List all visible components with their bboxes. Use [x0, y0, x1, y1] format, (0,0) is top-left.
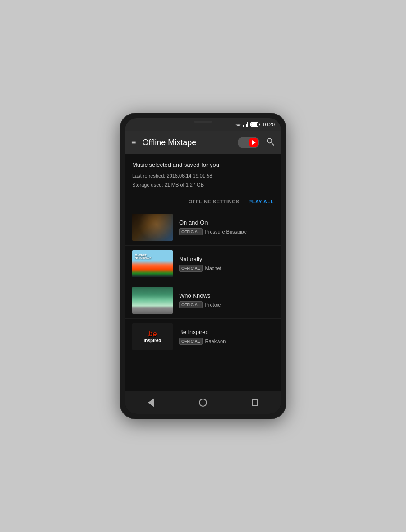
home-icon — [199, 399, 207, 407]
official-badge: OFFICIAL — [179, 228, 203, 235]
thumb-text: MACHETNATURALLY — [135, 254, 151, 260]
home-button[interactable] — [192, 394, 214, 412]
info-section: Music selected and saved for you Last re… — [125, 154, 281, 195]
nav-bar — [125, 391, 281, 414]
last-refreshed: Last refreshed: 2016.06.14 19:01:58 — [132, 172, 274, 181]
svg-point-4 — [267, 138, 272, 143]
track-thumbnail: MACHETNATURALLY — [132, 250, 173, 277]
track-thumbnail — [132, 287, 173, 314]
track-title: Who Knows — [179, 292, 274, 299]
content-area: Music selected and saved for you Last re… — [125, 154, 281, 391]
youtube-toggle[interactable] — [238, 137, 259, 148]
status-time: 10:20 — [262, 122, 275, 127]
search-icon[interactable] — [266, 137, 275, 148]
info-subtitle: Music selected and saved for you — [132, 161, 274, 168]
track-title: On and On — [179, 219, 274, 226]
track-info: On and On OFFICIAL Pressure Busspipe — [179, 219, 274, 235]
app-bar: ≡ Offline Mixtape — [125, 131, 281, 154]
recents-button[interactable] — [244, 394, 266, 412]
offline-settings-button[interactable]: OFFLINE SETTINGS — [189, 199, 240, 204]
track-item[interactable]: MACHETNATURALLY Naturally OFFICIAL Mache… — [125, 246, 281, 282]
camera — [248, 119, 250, 122]
recents-icon — [252, 399, 258, 406]
track-meta: OFFICIAL Pressure Busspipe — [179, 228, 274, 235]
official-badge: OFFICIAL — [179, 265, 203, 272]
track-info: Who Knows OFFICIAL Protoje — [179, 292, 274, 308]
status-icons: 10:20 — [235, 122, 275, 127]
track-meta: OFFICIAL Machet — [179, 265, 274, 272]
track-meta: OFFICIAL Protoje — [179, 301, 274, 308]
official-badge: OFFICIAL — [179, 301, 203, 308]
track-title: Be Inspired — [179, 329, 274, 335]
storage-used: Storage used: 21 MB of 1.27 GB — [132, 181, 274, 190]
track-thumbnail: be inspired — [132, 323, 173, 350]
track-thumbnail — [132, 214, 173, 241]
track-artist: Protoje — [205, 302, 221, 307]
app-title: Offline Mixtape — [143, 138, 238, 147]
track-item[interactable]: Who Knows OFFICIAL Protoje — [125, 282, 281, 319]
wifi-icon — [235, 122, 241, 127]
hamburger-icon[interactable]: ≡ — [131, 138, 136, 147]
svg-rect-0 — [243, 125, 244, 127]
svg-line-5 — [272, 142, 274, 145]
action-bar: OFFLINE SETTINGS PLAY ALL — [125, 195, 281, 209]
track-artist: Machet — [205, 266, 221, 271]
track-item[interactable]: On and On OFFICIAL Pressure Busspipe — [125, 209, 281, 246]
status-bar: 10:20 — [125, 118, 281, 131]
track-item[interactable]: be inspired Be Inspired OFFICIAL Raekwon — [125, 319, 281, 355]
track-meta: OFFICIAL Raekwon — [179, 338, 274, 345]
svg-rect-2 — [246, 124, 247, 127]
speaker — [194, 121, 212, 123]
signal-icon — [243, 122, 249, 127]
track-list: On and On OFFICIAL Pressure Busspipe MAC… — [125, 209, 281, 391]
play-icon — [252, 140, 256, 145]
svg-rect-3 — [247, 122, 248, 127]
track-artist: Pressure Busspipe — [205, 229, 247, 234]
play-all-button[interactable]: PLAY ALL — [249, 199, 274, 204]
be-inspired-graphic: be inspired — [144, 330, 161, 343]
track-info: Be Inspired OFFICIAL Raekwon — [179, 329, 274, 345]
svg-rect-1 — [245, 124, 245, 127]
track-artist: Raekwon — [205, 339, 226, 344]
youtube-toggle-knob — [249, 138, 258, 147]
track-title: Naturally — [179, 256, 274, 262]
back-button[interactable] — [140, 394, 162, 412]
track-info: Naturally OFFICIAL Machet — [179, 256, 274, 272]
battery-icon — [250, 122, 258, 127]
back-icon — [148, 398, 154, 407]
official-badge: OFFICIAL — [179, 338, 203, 345]
info-meta: Last refreshed: 2016.06.14 19:01:58 Stor… — [132, 172, 274, 190]
phone-device: 10:20 ≡ Offline Mixtape Music — [120, 113, 286, 419]
phone-screen: 10:20 ≡ Offline Mixtape Music — [125, 118, 281, 414]
